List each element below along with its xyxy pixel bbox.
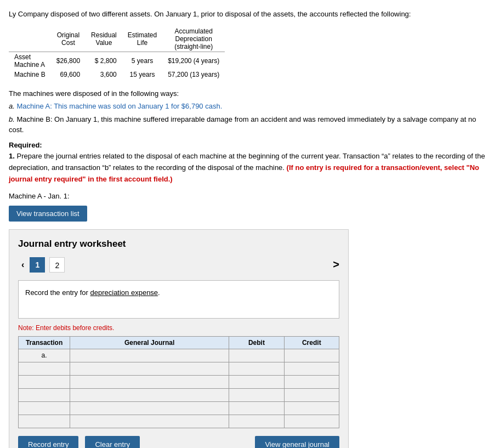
general-journal-input[interactable] (70, 362, 229, 375)
accum-b: 57,200 (13 years) (162, 70, 225, 80)
cost-b: 69,600 (51, 70, 86, 80)
general-journal-input[interactable] (70, 349, 229, 361)
general-journal-cell[interactable] (70, 375, 229, 388)
debit-cell[interactable] (229, 388, 284, 401)
machine-label: Machine A - Jan. 1: (9, 192, 491, 200)
debit-cell[interactable] (229, 349, 284, 362)
underline-text: depreciation expense (90, 288, 158, 297)
col-header-general-journal: General Journal (70, 336, 229, 349)
view-transaction-button[interactable]: View transaction list (9, 206, 87, 222)
credit-input[interactable] (285, 415, 339, 427)
col-header-transaction: Transaction (19, 336, 70, 349)
general-journal-cell[interactable] (70, 415, 229, 428)
col-header-accum-dep: AccumulatedDepreciation(straight-line) (162, 26, 225, 52)
col-header-residual-value: ResidualValue (86, 26, 122, 52)
button-row: Record entry Clear entry View general jo… (18, 436, 339, 448)
prev-page-button[interactable]: ‹ (18, 260, 27, 270)
asset-table: OriginalCost ResidualValue EstimatedLife… (9, 26, 225, 80)
table-row (19, 415, 339, 428)
table-row (19, 388, 339, 401)
current-page[interactable]: 1 (30, 257, 45, 273)
accum-a: $19,200 (4 years) (162, 52, 225, 70)
general-journal-cell[interactable] (70, 401, 229, 415)
table-row (19, 362, 339, 375)
transaction-cell (19, 375, 70, 388)
credit-cell[interactable] (284, 388, 339, 401)
transaction-cell (19, 415, 70, 428)
debit-cell[interactable] (229, 362, 284, 375)
asset-label-b: Machine B (9, 70, 51, 80)
intro-text: Ly Company disposed of two different ass… (9, 9, 491, 20)
life-b: 15 years (122, 70, 162, 80)
debit-cell[interactable] (229, 401, 284, 415)
record-entry-button[interactable]: Record entry (18, 436, 78, 448)
worksheet-title: Journal entry worksheet (18, 239, 339, 249)
worksheet-container: Journal entry worksheet ‹ 1 2 > Record t… (9, 229, 349, 448)
disposal-machine-b: b. Machine B: On January 1, this machine… (9, 114, 491, 135)
general-journal-input[interactable] (70, 415, 229, 427)
credit-input[interactable] (285, 389, 339, 401)
next-page[interactable]: 2 (49, 257, 65, 273)
credit-cell[interactable] (284, 401, 339, 415)
debit-cell[interactable] (229, 415, 284, 428)
col-header-credit: Credit (284, 336, 339, 349)
credit-cell[interactable] (284, 415, 339, 428)
transaction-cell (19, 388, 70, 401)
general-journal-input[interactable] (70, 389, 229, 401)
col-header-debit: Debit (229, 336, 284, 349)
col-header-original-cost: OriginalCost (51, 26, 86, 52)
debit-cell[interactable] (229, 375, 284, 388)
life-a: 5 years (122, 52, 162, 70)
general-journal-cell[interactable] (70, 362, 229, 375)
debit-input[interactable] (229, 362, 283, 375)
general-journal-input[interactable] (70, 402, 229, 414)
note-text: Note: Enter debits before credits. (18, 324, 339, 332)
next-page-button[interactable]: > (333, 258, 339, 271)
journal-table: Transaction General Journal Debit Credit… (18, 336, 339, 428)
transaction-cell (19, 362, 70, 375)
pagination-row: ‹ 1 2 > (18, 257, 339, 273)
disposal-intro: The machines were disposed of in the fol… (9, 88, 491, 99)
transaction-cell (19, 401, 70, 415)
required-heading: Required: (9, 141, 42, 149)
general-journal-input[interactable] (70, 376, 229, 388)
credit-cell[interactable] (284, 349, 339, 362)
table-row (19, 375, 339, 388)
general-journal-cell[interactable] (70, 349, 229, 362)
debit-input[interactable] (229, 415, 283, 427)
disposal-section: The machines were disposed of in the fol… (9, 88, 491, 135)
table-row (19, 401, 339, 415)
debit-input[interactable] (229, 349, 283, 361)
cost-a: $26,800 (51, 52, 86, 70)
credit-input[interactable] (285, 349, 339, 361)
transaction-cell: a. (19, 349, 70, 362)
disposal-machine-a: a. Machine A: This machine was sold on J… (9, 101, 491, 112)
required-section: Required: 1. Prepare the journal entries… (9, 140, 491, 185)
credit-input[interactable] (285, 376, 339, 388)
debit-input[interactable] (229, 402, 283, 414)
view-general-journal-button[interactable]: View general journal (255, 436, 339, 448)
credit-cell[interactable] (284, 375, 339, 388)
credit-cell[interactable] (284, 362, 339, 375)
credit-input[interactable] (285, 362, 339, 375)
asset-label-a: AssetMachine A (9, 52, 51, 70)
debit-input[interactable] (229, 389, 283, 401)
general-journal-cell[interactable] (70, 388, 229, 401)
clear-entry-button[interactable]: Clear entry (85, 436, 140, 448)
debit-input[interactable] (229, 376, 283, 388)
table-row: a. (19, 349, 339, 362)
residual-a: $ 2,800 (86, 52, 122, 70)
credit-input[interactable] (285, 402, 339, 414)
entry-description-box: Record the entry for depreciation expens… (18, 280, 339, 319)
required-instruction: 1. Prepare the journal entries related t… (9, 151, 491, 185)
residual-b: 3,600 (86, 70, 122, 80)
col-header-estimated-life: EstimatedLife (122, 26, 162, 52)
